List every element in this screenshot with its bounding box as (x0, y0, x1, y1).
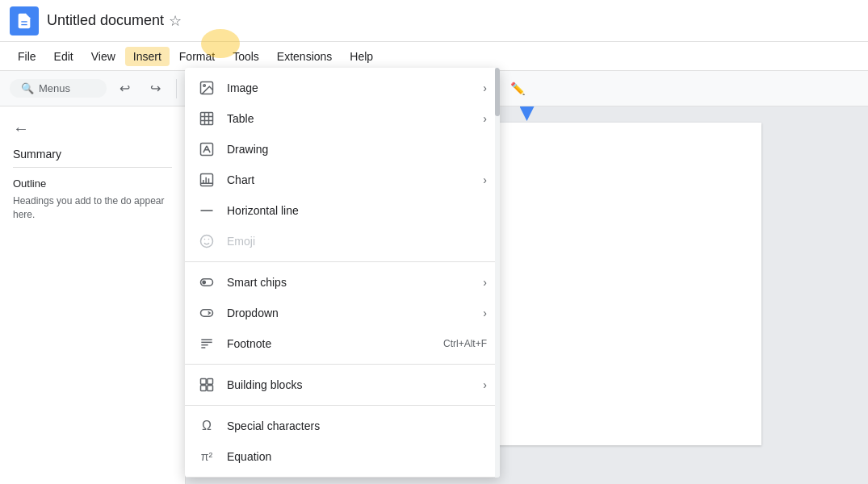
drawing-icon (198, 140, 216, 158)
outline-label: Outline (13, 177, 172, 190)
sidebar: ← Summary Outline Headings you add to th… (0, 106, 186, 484)
chart-icon (198, 171, 216, 189)
svg-rect-31 (201, 386, 207, 391)
search-icon: 🔍 (21, 82, 34, 94)
menu-item-emoji: Emoji (185, 226, 500, 257)
summary-label: Summary (13, 148, 172, 161)
smart-chips-label: Smart chips (227, 276, 472, 289)
menu-section-media: Image › Table › (185, 68, 500, 262)
menu-format[interactable]: Format (171, 47, 223, 66)
image-icon (198, 79, 216, 97)
redo-button[interactable]: ↪ (142, 76, 168, 102)
menu-bar: File Edit View Insert Format Tools Exten… (0, 42, 868, 71)
menu-tools[interactable]: Tools (224, 47, 267, 66)
footnote-icon (198, 335, 216, 353)
menu-help[interactable]: Help (342, 47, 381, 66)
pi-icon: π² (198, 448, 216, 465)
menu-item-equation[interactable]: π² Equation (185, 441, 500, 472)
chart-arrow: › (483, 173, 487, 186)
emoji-label: Emoji (227, 235, 487, 248)
chart-label: Chart (227, 173, 472, 186)
menu-item-chart[interactable]: Chart › (185, 165, 500, 195)
smart-chips-arrow: › (483, 276, 487, 289)
menu-view[interactable]: View (83, 47, 124, 66)
equation-label: Equation (227, 450, 487, 463)
svg-rect-4 (201, 113, 213, 125)
highlight-button[interactable]: ✏️ (505, 76, 530, 102)
svg-point-3 (203, 85, 206, 87)
menu-insert[interactable]: Insert (125, 47, 170, 66)
dropdown-label: Dropdown (227, 307, 472, 319)
doc-icon (10, 6, 39, 35)
undo-button[interactable]: ↩ (111, 76, 137, 102)
star-icon[interactable]: ☆ (169, 12, 182, 30)
table-arrow: › (483, 112, 487, 125)
svg-rect-9 (201, 144, 213, 156)
menu-section-chips: Smart chips › Dropdown › F (185, 262, 500, 365)
menu-item-dropdown[interactable]: Dropdown › (185, 298, 500, 328)
search-menus[interactable]: 🔍 Menus (10, 79, 107, 98)
menu-item-table[interactable]: Table › (185, 103, 500, 134)
menu-extensions[interactable]: Extensions (269, 47, 340, 66)
title-area: Untitled document ☆ (47, 12, 182, 30)
menu-item-image[interactable]: Image › (185, 73, 500, 103)
special-characters-label: Special characters (227, 419, 487, 432)
menu-scrollbar-thumb[interactable] (495, 68, 500, 116)
menu-section-blocks: Building blocks › (185, 365, 500, 406)
drawing-label: Drawing (227, 143, 487, 156)
blocks-icon (198, 376, 216, 394)
menu-item-horizontal-line[interactable]: Horizontal line (185, 195, 500, 226)
search-menus-label: Menus (39, 82, 70, 94)
building-blocks-label: Building blocks (227, 378, 472, 391)
table-icon (198, 110, 216, 127)
chip-icon (198, 273, 216, 291)
menu-edit[interactable]: Edit (46, 47, 82, 66)
ruler-marker (520, 106, 535, 121)
dropdown-arrow: › (483, 307, 487, 319)
svg-rect-32 (208, 386, 213, 391)
menu-section-chars: Ω Special characters π² Equation (185, 406, 500, 478)
sidebar-divider-1 (13, 167, 172, 168)
menu-item-drawing[interactable]: Drawing (185, 134, 500, 165)
sidebar-back-button[interactable]: ← (13, 119, 172, 138)
toolbar-separator-1 (176, 79, 177, 98)
top-bar: Untitled document ☆ (0, 0, 868, 42)
image-arrow: › (483, 81, 487, 94)
table-label: Table (227, 112, 472, 125)
svg-rect-13 (201, 174, 213, 186)
hline-label: Horizontal line (227, 204, 487, 217)
outline-hint: Headings you add to the do appear here. (13, 194, 172, 222)
svg-point-19 (201, 236, 213, 248)
dropdown-icon (198, 304, 216, 322)
document-title[interactable]: Untitled document (47, 12, 164, 29)
menu-file[interactable]: File (10, 47, 44, 66)
menu-scrollbar[interactable] (495, 68, 500, 478)
svg-rect-30 (208, 379, 213, 385)
menu-item-footnote[interactable]: Footnote Ctrl+Alt+F (185, 328, 500, 359)
footnote-label: Footnote (227, 337, 432, 350)
hline-icon (198, 202, 216, 219)
menu-item-building-blocks[interactable]: Building blocks › (185, 369, 500, 400)
emoji-icon (198, 232, 216, 250)
footnote-shortcut: Ctrl+Alt+F (443, 338, 487, 349)
image-label: Image (227, 81, 472, 94)
omega-icon: Ω (198, 417, 216, 435)
insert-dropdown-menu: Image › Table › (185, 68, 500, 478)
menu-item-smart-chips[interactable]: Smart chips › (185, 267, 500, 298)
svg-point-23 (203, 281, 205, 283)
menu-item-special-characters[interactable]: Ω Special characters (185, 411, 500, 441)
building-blocks-arrow: › (483, 378, 487, 391)
svg-rect-29 (201, 379, 207, 385)
